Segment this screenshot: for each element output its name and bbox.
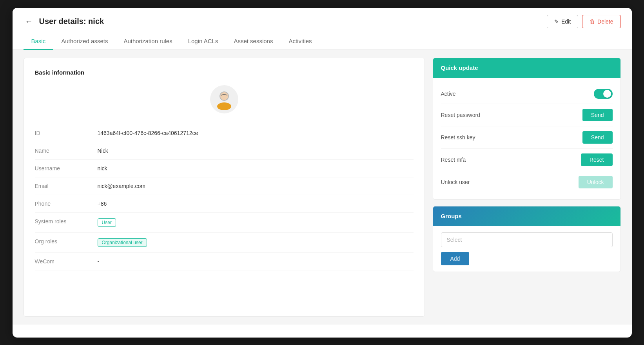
system-role-badge: User <box>98 218 116 227</box>
label-username: Username <box>35 165 98 172</box>
info-row-id: ID 1463a64f-cf00-476c-8266-ca40612712ce <box>35 124 414 142</box>
unlock-label: Unlock user <box>441 179 470 185</box>
quick-row-active: Active <box>441 84 613 104</box>
right-panel: Quick update Active Reset password Send <box>433 58 621 317</box>
quick-update-title: Quick update <box>441 64 478 71</box>
info-table: ID 1463a64f-cf00-476c-8266-ca40612712ce … <box>35 124 414 270</box>
quick-row-reset-mfa: Reset mfa Reset <box>441 149 613 171</box>
delete-label: Delete <box>597 18 613 25</box>
edit-icon: ✎ <box>554 18 559 25</box>
info-row-org-roles: Org roles Organizational user <box>35 233 414 253</box>
label-name: Name <box>35 148 98 154</box>
trash-icon: 🗑 <box>590 18 595 25</box>
label-id: ID <box>35 130 98 136</box>
panel-title: Basic information <box>35 69 414 76</box>
avatar <box>210 85 238 113</box>
svg-point-2 <box>220 92 228 100</box>
info-row-wecom: WeCom - <box>35 253 414 270</box>
main-content: Basic information ID 1463a64f-cf00-476c-… <box>13 50 632 325</box>
tab-basic[interactable]: Basic <box>24 33 54 50</box>
active-label: Active <box>441 91 456 97</box>
reset-mfa-button[interactable]: Reset <box>581 153 613 166</box>
value-name: Nick <box>98 148 108 154</box>
reset-password-label: Reset password <box>441 112 480 118</box>
groups-add-button[interactable]: Add <box>441 252 470 265</box>
label-wecom: WeCom <box>35 258 98 265</box>
tab-activities[interactable]: Activities <box>281 33 319 50</box>
svg-point-1 <box>217 102 231 110</box>
reset-password-button[interactable]: Send <box>582 109 613 121</box>
value-wecom: - <box>98 258 100 265</box>
groups-card: Groups Select Add <box>433 206 621 272</box>
groups-title: Groups <box>441 213 462 219</box>
avatar-container <box>35 85 414 113</box>
info-row-system-roles: System roles User <box>35 213 414 233</box>
tab-login-acls[interactable]: Login ACLs <box>180 33 226 50</box>
page-title: User details: nick <box>39 17 104 26</box>
title-actions: ✎ Edit 🗑 Delete <box>547 15 621 28</box>
value-username: nick <box>98 165 107 172</box>
value-email: nick@example.com <box>98 183 145 189</box>
quick-row-unlock: Unlock user Unlock <box>441 171 613 193</box>
edit-label: Edit <box>561 18 571 25</box>
label-phone: Phone <box>35 201 98 207</box>
title-bar: ← User details: nick ✎ Edit 🗑 Delete <box>13 8 632 28</box>
tab-authorization-rules[interactable]: Authorization rules <box>116 33 180 50</box>
value-phone: +86 <box>98 201 107 207</box>
groups-body: Select Add <box>433 226 620 272</box>
delete-button[interactable]: 🗑 Delete <box>582 15 620 28</box>
reset-ssh-label: Reset ssh key <box>441 134 475 141</box>
org-role-badge: Organizational user <box>98 238 147 247</box>
reset-mfa-label: Reset mfa <box>441 157 466 163</box>
info-row-email: Email nick@example.com <box>35 177 414 195</box>
info-row-name: Name Nick <box>35 142 414 160</box>
groups-header: Groups <box>433 206 620 226</box>
quick-row-reset-ssh: Reset ssh key Send <box>441 126 613 149</box>
active-toggle[interactable] <box>594 89 613 99</box>
basic-info-panel: Basic information ID 1463a64f-cf00-476c-… <box>24 58 425 317</box>
quick-row-reset-password: Reset password Send <box>441 104 613 126</box>
unlock-button[interactable]: Unlock <box>579 176 613 188</box>
info-row-username: Username nick <box>35 160 414 177</box>
tab-authorized-assets[interactable]: Authorized assets <box>53 33 116 50</box>
tab-asset-sessions[interactable]: Asset sessions <box>226 33 281 50</box>
reset-ssh-button[interactable]: Send <box>582 131 613 144</box>
label-email: Email <box>35 183 98 189</box>
back-button[interactable]: ← <box>24 15 34 27</box>
title-left: ← User details: nick <box>24 15 104 27</box>
value-org-roles: Organizational user <box>98 238 149 247</box>
label-system-roles: System roles <box>35 218 98 225</box>
edit-button[interactable]: ✎ Edit <box>547 15 578 28</box>
quick-update-header: Quick update <box>433 58 620 78</box>
label-org-roles: Org roles <box>35 238 98 245</box>
tabs-container: Basic Authorized assets Authorization ru… <box>13 33 632 50</box>
main-window: ← User details: nick ✎ Edit 🗑 Delete Bas… <box>13 8 632 338</box>
value-id: 1463a64f-cf00-476c-8266-ca40612712ce <box>98 130 198 136</box>
value-system-roles: User <box>98 218 118 227</box>
quick-update-body: Active Reset password Send Reset ssh key… <box>433 78 620 199</box>
groups-select[interactable]: Select <box>441 232 613 247</box>
quick-update-card: Quick update Active Reset password Send <box>433 58 621 200</box>
info-row-phone: Phone +86 <box>35 195 414 213</box>
